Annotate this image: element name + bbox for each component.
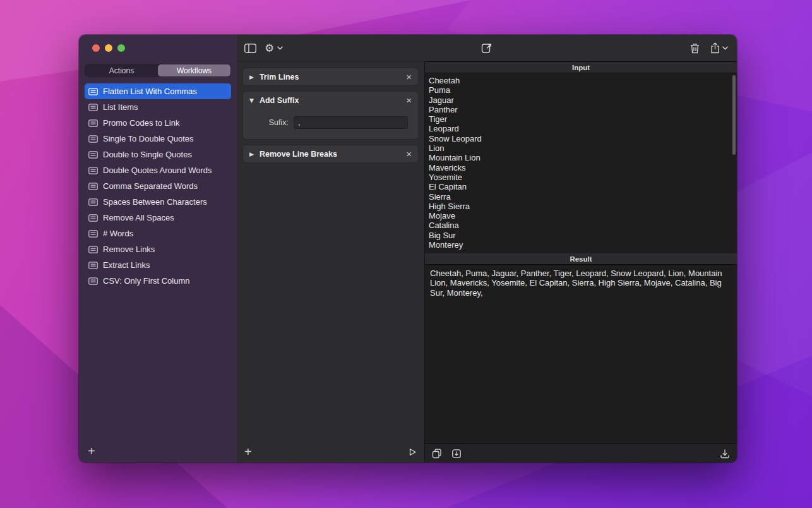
step-remove-line-breaks[interactable]: ▶ Remove Line Breaks × bbox=[242, 145, 419, 163]
workflow-icon bbox=[88, 230, 98, 238]
workflow-icon bbox=[88, 246, 98, 253]
close-window-button[interactable] bbox=[92, 44, 100, 52]
chevron-down-icon bbox=[722, 46, 728, 50]
input-line: Big Sur bbox=[429, 231, 733, 240]
tab-workflows[interactable]: Workflows bbox=[158, 64, 230, 76]
result-text: Cheetah, Puma, Jaguar, Panther, Tiger, L… bbox=[425, 265, 737, 301]
step-title: Trim Lines bbox=[260, 73, 400, 82]
workflow-icon bbox=[88, 88, 98, 95]
sidebar-item-words[interactable]: # Words bbox=[85, 226, 231, 241]
sidebar-item-csv-only-first-column[interactable]: CSV: Only First Column bbox=[85, 273, 231, 289]
minimize-window-button[interactable] bbox=[105, 44, 112, 52]
steps-list: ▶ Trim Lines × ▼ Add Suffix × bbox=[237, 62, 424, 441]
remove-step-button[interactable]: × bbox=[406, 72, 412, 82]
io-panel: Input CheetahPumaJaguarPantherTigerLeopa… bbox=[425, 62, 737, 463]
workflow-icon bbox=[88, 119, 98, 127]
paste-to-input-button[interactable] bbox=[451, 449, 462, 459]
workflow-item-label: Double Quotes Around Words bbox=[103, 166, 212, 175]
sidebar-item-double-to-single-quotes[interactable]: Double to Single Quotes bbox=[85, 147, 231, 162]
step-add-suffix[interactable]: ▼ Add Suffix × Sufix: bbox=[242, 91, 419, 140]
sidebar-item-single-to-double-quotes[interactable]: Single To Double Quotes bbox=[85, 131, 231, 147]
download-icon bbox=[720, 449, 730, 459]
settings-menu-button[interactable]: ⚙ bbox=[265, 43, 283, 54]
add-step-button[interactable]: + bbox=[244, 445, 252, 458]
workflow-item-label: List Items bbox=[103, 102, 138, 112]
step-header: ▶ Trim Lines × bbox=[243, 68, 418, 85]
tab-actions[interactable]: Actions bbox=[85, 64, 158, 76]
workflow-item-label: Double to Single Quotes bbox=[103, 150, 192, 159]
copy-result-button[interactable] bbox=[432, 449, 442, 459]
remove-step-button[interactable]: × bbox=[406, 149, 412, 159]
add-workflow-button[interactable]: + bbox=[88, 445, 95, 457]
share-icon bbox=[710, 42, 720, 54]
workflow-item-label: Extract Links bbox=[103, 260, 150, 270]
workflow-item-label: # Words bbox=[103, 229, 133, 238]
suffix-input[interactable] bbox=[294, 116, 408, 129]
workflow-icon bbox=[88, 135, 98, 143]
chevron-down-icon bbox=[277, 46, 283, 50]
gear-icon: ⚙ bbox=[265, 43, 274, 54]
app-window: Actions Workflows Flatten List With Comm… bbox=[79, 35, 737, 463]
clipboard-icon bbox=[481, 42, 493, 54]
toolbar-right bbox=[690, 42, 728, 54]
disclosure-triangle-icon[interactable]: ▶ bbox=[249, 151, 254, 157]
step-title: Remove Line Breaks bbox=[260, 150, 400, 159]
workflow-item-label: Single To Double Quotes bbox=[103, 134, 194, 143]
input-line: Leopard bbox=[429, 124, 733, 133]
disclosure-triangle-icon[interactable]: ▼ bbox=[249, 97, 254, 104]
clipboard-to-input-button[interactable] bbox=[481, 42, 493, 54]
sidebar-item-spaces-between-characters[interactable]: Spaces Between Characters bbox=[85, 194, 231, 210]
sidebar-item-remove-links[interactable]: Remove Links bbox=[85, 241, 231, 257]
zoom-window-button[interactable] bbox=[117, 44, 125, 52]
workflow-list: Flatten List With CommasList ItemsPromo … bbox=[79, 82, 237, 440]
sidebar-item-extract-links[interactable]: Extract Links bbox=[85, 257, 231, 273]
step-trim-lines[interactable]: ▶ Trim Lines × bbox=[242, 68, 419, 86]
sidebar-item-remove-all-spaces[interactable]: Remove All Spaces bbox=[85, 210, 231, 226]
step-header: ▶ Remove Line Breaks × bbox=[243, 145, 418, 162]
input-line: Mojave bbox=[429, 211, 733, 221]
sidebar-item-promo-codes-to-link[interactable]: Promo Codes to Link bbox=[85, 115, 231, 131]
toggle-sidebar-button[interactable] bbox=[244, 44, 256, 53]
workflow-item-label: Spaces Between Characters bbox=[103, 197, 207, 207]
workflow-icon bbox=[88, 183, 98, 190]
workflow-item-label: CSV: Only First Column bbox=[103, 276, 190, 286]
input-line: El Capitan bbox=[429, 182, 733, 191]
input-text[interactable]: CheetahPumaJaguarPantherTigerLeopardSnow… bbox=[425, 73, 737, 252]
input-line: High Sierra bbox=[429, 202, 733, 211]
input-line: Mavericks bbox=[429, 163, 733, 172]
sidebar-item-flatten-list-with-commas[interactable]: Flatten List With Commas bbox=[85, 83, 231, 99]
remove-step-button[interactable]: × bbox=[406, 95, 412, 105]
workflow-item-label: Promo Codes to Link bbox=[103, 118, 179, 128]
sidebar-segmented-control: Actions Workflows bbox=[85, 64, 231, 77]
steps-footer: + bbox=[237, 441, 424, 463]
input-line: Cheetah bbox=[429, 76, 733, 85]
toolbar: ⚙ bbox=[237, 35, 737, 62]
input-area[interactable]: CheetahPumaJaguarPantherTigerLeopardSnow… bbox=[425, 73, 737, 253]
share-menu-button[interactable] bbox=[710, 42, 728, 54]
workflow-item-label: Remove All Spaces bbox=[103, 213, 174, 222]
workflow-icon bbox=[88, 277, 98, 285]
scrollbar-thumb[interactable] bbox=[732, 75, 736, 155]
input-line: Catalina bbox=[429, 221, 733, 230]
workflow-steps-panel: ▶ Trim Lines × ▼ Add Suffix × bbox=[237, 62, 425, 463]
desktop-wallpaper: Actions Workflows Flatten List With Comm… bbox=[0, 0, 812, 508]
sidebar-item-double-quotes-around-words[interactable]: Double Quotes Around Words bbox=[85, 162, 231, 178]
workflow-icon bbox=[88, 262, 98, 269]
result-area[interactable]: Cheetah, Puma, Jaguar, Panther, Tiger, L… bbox=[425, 265, 737, 444]
save-result-button[interactable] bbox=[720, 449, 730, 459]
workflow-item-label: Comma Separated Words bbox=[103, 181, 198, 191]
sidebar-item-comma-separated-words[interactable]: Comma Separated Words bbox=[85, 178, 231, 194]
disclosure-triangle-icon[interactable]: ▶ bbox=[249, 74, 254, 80]
clipboard-arrow-icon bbox=[451, 449, 462, 459]
workflow-icon bbox=[88, 104, 98, 111]
run-workflow-button[interactable] bbox=[409, 448, 417, 456]
input-header: Input bbox=[425, 61, 737, 73]
delete-workflow-button[interactable] bbox=[690, 43, 700, 54]
input-line: Snow Leopard bbox=[429, 134, 733, 143]
toolbar-center bbox=[481, 42, 493, 54]
workflow-icon bbox=[88, 214, 98, 222]
input-line: Puma bbox=[429, 85, 733, 95]
trash-icon bbox=[690, 43, 700, 54]
workflow-item-label: Remove Links bbox=[103, 245, 155, 254]
sidebar-item-list-items[interactable]: List Items bbox=[85, 99, 231, 115]
